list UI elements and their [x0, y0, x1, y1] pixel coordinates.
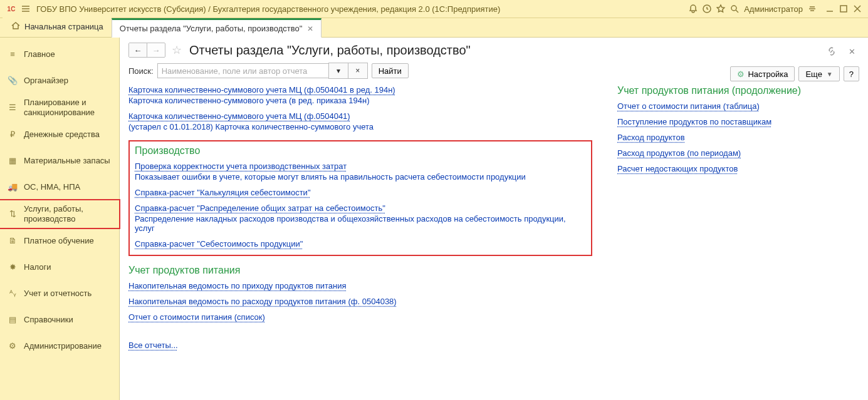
search-clear-button[interactable]: × [348, 63, 368, 79]
page-title: Отчеты раздела "Услуги, работы, производ… [189, 43, 471, 58]
search-label: Поиск: [128, 66, 154, 76]
report-desc: Показывает ошибки в учете, которые могут… [135, 172, 586, 182]
nav-forward-button[interactable]: → [147, 43, 165, 57]
food-group: Учет продуктов питания Накопительная вед… [128, 265, 592, 322]
report-desc: Карточка количественно-суммового учета (… [128, 96, 592, 105]
report-link[interactable]: Справка-расчет "Калькуляция себестоимост… [135, 188, 311, 197]
minimize-icon[interactable] [823, 2, 837, 16]
search-icon[interactable] [728, 2, 741, 16]
sidebar-item-label: Главное [24, 49, 55, 59]
history-icon[interactable] [700, 2, 714, 16]
search-box: ▾ × [157, 63, 368, 79]
production-group-highlight: Производство Проверка корректности учета… [128, 140, 592, 256]
report-icon: ᴬᵧ [6, 289, 19, 299]
sidebar-item-cash[interactable]: ₽Денежные средства [0, 121, 119, 148]
find-button[interactable]: Найти [372, 63, 409, 78]
nav-back-button[interactable]: ← [129, 43, 147, 57]
sidebar-item-planning[interactable]: ☰Планирование и санкционирование [0, 94, 119, 121]
sidebar-item-label: Налоги [24, 262, 51, 272]
report-link[interactable]: Отчет о стоимости питания (таблица) [617, 101, 760, 111]
close-panel-button[interactable]: ✕ [844, 44, 859, 59]
button-label: ? [849, 69, 854, 79]
tab-home[interactable]: Начальная страница [3, 16, 112, 37]
gear-icon: ⚙ [6, 341, 19, 351]
plan-icon: ☰ [6, 103, 19, 113]
window-title: ГОБУ ВПО Университет искусств (Субсидия)… [33, 4, 686, 14]
sliders-icon: ⇅ [6, 209, 19, 219]
report-desc: (устарел с 01.01.2018) Карточка количест… [128, 122, 592, 131]
sidebar-item-directories[interactable]: ▤Справочники [0, 307, 119, 333]
report-link[interactable]: Карточка количественно-суммового учета М… [128, 85, 395, 95]
sidebar-item-taxes[interactable]: ✸Налоги [0, 254, 119, 280]
sidebar-item-label: Справочники [24, 315, 73, 325]
group-title: Учет продуктов питания [128, 265, 592, 276]
search-input[interactable] [157, 63, 329, 78]
book-icon: ▤ [6, 315, 19, 325]
tab-label: Отчеты раздела "Услуги, работы, производ… [120, 24, 303, 33]
report-link[interactable]: Расчет недостающих продуктов [617, 164, 738, 173]
sidebar-item-label: Учет и отчетность [24, 289, 92, 299]
sidebar-item-label: Услуги, работы, производство [24, 204, 113, 224]
main-area: ← → ☆ Отчеты раздела "Услуги, работы, пр… [120, 38, 868, 400]
boxes-icon: ▦ [6, 156, 19, 166]
favorite-icon[interactable]: ☆ [172, 43, 184, 57]
report-link[interactable]: Накопительная ведомость по расходу проду… [128, 297, 397, 306]
content: Карточка количественно-суммового учета М… [120, 85, 868, 350]
sidebar-item-label: Платное обучение [24, 236, 94, 246]
sidebar-item-label: Органайзер [24, 76, 68, 86]
sidebar-item-education[interactable]: 🗎Платное обучение [0, 228, 119, 254]
eagle-icon: ✸ [6, 262, 19, 272]
sidebar-item-admin[interactable]: ⚙Администрирование [0, 333, 119, 359]
sidebar-item-os[interactable]: 🚚ОС, НМА, НПА [0, 174, 119, 200]
truck-icon: 🚚 [6, 182, 19, 192]
sidebar-item-services[interactable]: ⇅Услуги, работы, производство [0, 200, 119, 228]
doc-icon: 🗎 [6, 236, 19, 246]
button-label: Еще [805, 69, 822, 79]
report-link[interactable]: Справка-расчет "Распределение общих затр… [135, 203, 385, 213]
report-link[interactable]: Поступление продуктов по поставщикам [617, 117, 771, 126]
report-link[interactable]: Накопительная ведомость по приходу проду… [128, 281, 346, 290]
report-link[interactable]: Проверка корректности учета производстве… [135, 162, 347, 171]
close-icon[interactable] [850, 2, 864, 16]
sidebar-item-materials[interactable]: ▦Материальные запасы [0, 148, 119, 174]
sidebar-item-accounting[interactable]: ᴬᵧУчет и отчетность [0, 280, 119, 307]
tab-reports[interactable]: Отчеты раздела "Услуги, работы, производ… [112, 18, 322, 38]
report-item: Карточка количественно-суммового учета М… [128, 111, 592, 131]
report-link[interactable]: Отчет о стоимости питания (список) [128, 312, 265, 322]
svg-point-1 [731, 6, 736, 11]
sidebar-item-main[interactable]: ≡Главное [0, 41, 119, 68]
hamburger-small-icon[interactable] [805, 2, 819, 16]
tab-label: Начальная страница [24, 22, 103, 31]
group-title: Производство [135, 145, 586, 156]
report-link[interactable]: Расход продуктов (по периодам) [617, 148, 741, 158]
menu-icon[interactable] [19, 2, 33, 16]
settings-button[interactable]: ⚙Настройка [730, 66, 795, 81]
search-dropdown-button[interactable]: ▾ [328, 63, 348, 79]
help-button[interactable]: ? [844, 66, 859, 81]
coin-icon: ₽ [6, 130, 19, 140]
report-link[interactable]: Карточка количественно-суммового учета М… [128, 111, 350, 121]
all-reports-link[interactable]: Все отчеты... [128, 341, 178, 350]
report-link[interactable]: Расход продуктов [617, 133, 685, 142]
sidebar-item-label: Денежные средства [24, 130, 100, 140]
sidebar-item-label: Планирование и санкционирование [24, 98, 113, 118]
more-button[interactable]: Еще▼ [798, 66, 839, 81]
star-icon[interactable] [714, 2, 728, 16]
sidebar-item-label: ОС, НМА, НПА [24, 182, 80, 192]
food-cont-group: Учет продуктов питания (продолжение) Отч… [617, 85, 859, 173]
maximize-icon[interactable] [837, 2, 850, 16]
main-header: ← → ☆ Отчеты раздела "Услуги, работы, пр… [120, 38, 868, 60]
gear-small-icon: ⚙ [737, 69, 745, 79]
sidebar: ≡Главное 📎Органайзер ☰Планирование и сан… [0, 38, 120, 400]
sidebar-item-organizer[interactable]: 📎Органайзер [0, 68, 119, 94]
bell-icon[interactable] [686, 2, 700, 16]
report-item: Карточка количественно-суммового учета М… [128, 85, 592, 105]
button-label: Настройка [748, 69, 788, 79]
report-link[interactable]: Справка-расчет "Себестоимость продукции" [135, 239, 303, 249]
caret-icon: ▼ [827, 71, 833, 78]
top-reports: Карточка количественно-суммового учета М… [128, 85, 592, 131]
tabbar: Начальная страница Отчеты раздела "Услуг… [0, 18, 868, 38]
link-icon[interactable] [824, 44, 839, 59]
button-label: Найти [379, 66, 402, 76]
tab-close-icon[interactable]: ✕ [307, 24, 313, 33]
